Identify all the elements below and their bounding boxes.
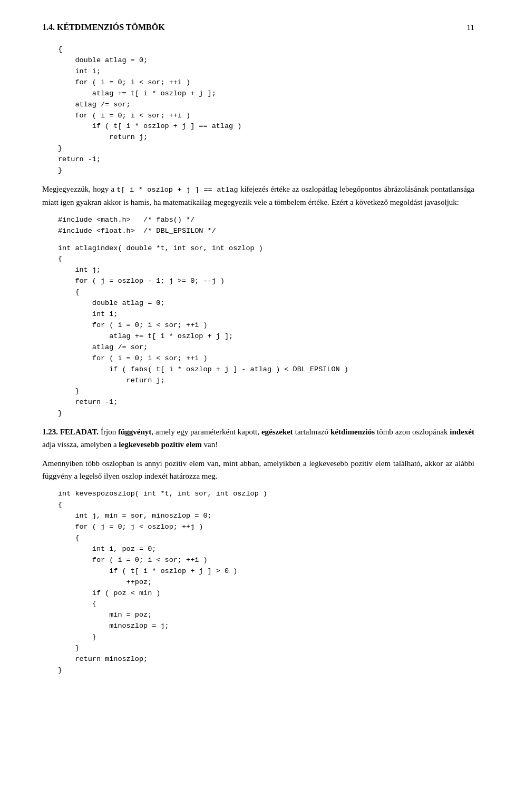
bold-egeszeket: egészeket — [261, 428, 293, 436]
section-label: 1.23. FELADAT. — [42, 428, 99, 436]
paragraph-1: Megjegyezzük, hogy a t[ i * oszlop + j ]… — [42, 183, 474, 209]
code-block-2: #include <math.h> /* fabs() */ #include … — [58, 215, 474, 237]
code-block-3: int atlagindex( double *t, int sor, int … — [58, 243, 474, 420]
paragraph-2: Amennyiben több oszlopban is annyi pozit… — [42, 457, 474, 482]
bold-ketdim: kétdimenziós — [330, 428, 375, 436]
task-paragraph: 1.23. FELADAT. Írjon függvényt, amely eg… — [42, 425, 474, 451]
bold-legkevesebb: legkevesebb pozitív elem — [119, 440, 201, 449]
paragraph-1-text: Megjegyezzük, hogy a t[ i * oszlop + j ]… — [42, 185, 474, 206]
code-block-4: int kevespozoszlop( int *t, int sor, int… — [58, 489, 474, 676]
task-text: Írjon függvényt, amely egy paraméterként… — [42, 428, 474, 449]
chapter-title: 1.4. KÉTDIMENZIÓS TÖMBÖK — [42, 21, 165, 34]
page-number: 11 — [467, 22, 474, 34]
inline-code-1: t[ i * oszlop + j ] == atlag — [116, 186, 238, 194]
code-block-1: { double atlag = 0; int i; for ( i = 0; … — [58, 44, 474, 176]
bold-indexet: indexét — [450, 428, 474, 436]
bold-fuggvenyt: függvényt — [118, 428, 151, 436]
page-header: 1.4. KÉTDIMENZIÓS TÖMBÖK 11 — [42, 21, 474, 34]
